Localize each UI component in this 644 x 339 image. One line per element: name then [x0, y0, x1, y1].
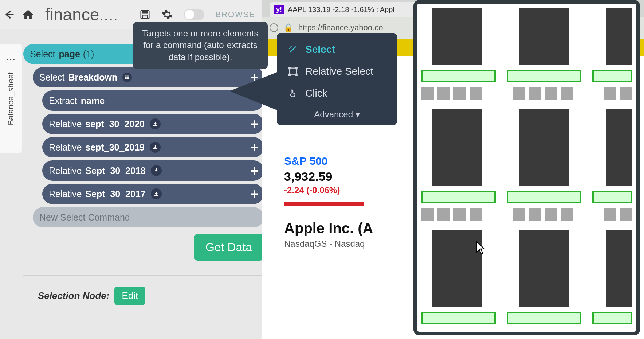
cmd-keyword: Relative — [49, 189, 82, 199]
svg-rect-11 — [295, 67, 297, 69]
cmd-value: name — [81, 96, 105, 106]
back-arrow-icon[interactable] — [4, 9, 15, 20]
cmd-keyword: Select — [30, 49, 55, 59]
plus-icon[interactable]: + — [250, 186, 259, 202]
wireframe-block — [432, 109, 482, 186]
selection-node-label: Selection Node: — [38, 290, 109, 301]
ctx-advanced[interactable]: Advanced ▾ — [277, 104, 397, 120]
svg-rect-3 — [125, 76, 126, 77]
cmd-keyword: Relative — [49, 119, 82, 129]
cmd-relative-2019[interactable]: Relative sept_30_2019 + — [42, 137, 264, 157]
wireframe-highlight — [421, 70, 496, 82]
svg-rect-4 — [127, 76, 129, 77]
edit-button[interactable]: Edit — [114, 287, 145, 305]
wireframe-block — [519, 109, 569, 186]
svg-rect-12 — [288, 74, 290, 76]
cmd-relative-2017[interactable]: Relative Sept_30_2017 + — [42, 184, 264, 204]
tab-title: AAPL 133.19 -2.18 -1.61% : Appl — [288, 5, 394, 14]
lock-icon: 🔒 — [283, 23, 293, 32]
advanced-label: Advanced — [314, 109, 353, 119]
svg-rect-6 — [127, 77, 129, 78]
click-icon — [287, 88, 299, 98]
page-title: finance.... — [45, 5, 118, 24]
ctx-item-select[interactable]: Select — [277, 39, 397, 61]
selection-node-row: Selection Node: Edit — [23, 287, 264, 305]
divider — [23, 275, 264, 276]
cmd-relative-2018[interactable]: Relative Sept_30_2018 + — [42, 160, 264, 181]
plus-icon[interactable]: + — [250, 163, 259, 179]
gear-icon[interactable] — [161, 9, 173, 20]
list-icon[interactable] — [122, 73, 132, 82]
cmd-value: sept_30_2020 — [85, 119, 145, 129]
new-select-input[interactable]: New Select Command — [33, 207, 264, 227]
svg-rect-5 — [125, 77, 126, 78]
plus-icon[interactable]: + — [250, 139, 259, 156]
plus-icon[interactable]: + — [250, 116, 259, 132]
caret-down-icon: ▾ — [356, 109, 360, 119]
download-icon[interactable] — [150, 142, 161, 153]
wireframe-block — [606, 8, 632, 65]
yahoo-favicon-icon: y! — [274, 5, 284, 14]
svg-rect-13 — [295, 74, 297, 76]
ctx-label: Relative Select — [305, 66, 373, 77]
ctx-label: Click — [305, 87, 327, 99]
cmd-value: sept_30_2019 — [85, 142, 145, 153]
wireframe-block — [432, 8, 482, 65]
get-data-button[interactable]: Get Data — [194, 234, 264, 261]
download-icon[interactable] — [151, 188, 162, 199]
browse-label: BROWSE — [215, 10, 255, 19]
browser-tab[interactable]: y! AAPL 133.19 -2.18 -1.61% : Appl — [270, 2, 430, 17]
cmd-keyword: Relative — [49, 142, 82, 153]
progress-bar — [284, 202, 364, 206]
drag-handle-icon[interactable]: ⋯ — [5, 53, 16, 65]
wireframe-highlight — [592, 70, 632, 82]
side-tab[interactable]: ⋯ Balance_sheet — [0, 44, 22, 153]
svg-rect-1 — [143, 11, 148, 13]
wireframe-highlight — [592, 312, 632, 324]
browse-toggle[interactable] — [184, 9, 204, 20]
home-icon[interactable] — [22, 8, 34, 21]
ctx-label: Select — [305, 44, 335, 55]
download-icon[interactable] — [151, 165, 162, 176]
wireframe-block — [519, 8, 569, 65]
cmd-value: page — [59, 49, 80, 59]
cmd-value: Breakdown — [68, 72, 117, 83]
ctx-item-click[interactable]: Click — [277, 82, 397, 104]
wireframe-block — [606, 109, 632, 186]
wireframe-highlight — [507, 191, 581, 203]
svg-rect-7 — [125, 78, 126, 79]
url-text[interactable]: https://finance.yahoo.co — [298, 23, 383, 32]
side-tab-label: Balance_sheet — [6, 72, 16, 125]
wireframe-highlight — [421, 191, 496, 203]
cmd-relative-2020[interactable]: Relative sept_30_2020 + — [42, 114, 264, 134]
wireframe-highlight — [421, 312, 496, 324]
wireframe-highlight — [507, 70, 581, 82]
wireframe-block — [519, 230, 569, 307]
relative-select-icon — [287, 66, 299, 77]
wireframe-block — [606, 230, 632, 307]
cursor-icon — [475, 241, 486, 258]
save-icon[interactable] — [140, 9, 150, 20]
cmd-value: Sept_30_2017 — [85, 189, 145, 199]
cmd-keyword: Extract — [49, 96, 77, 106]
cmd-count: (1) — [83, 49, 94, 59]
cmd-select-breakdown[interactable]: Select Breakdown + — [33, 67, 264, 87]
svg-rect-10 — [288, 67, 290, 69]
context-menu: Select Relative Select Click Advanced ▾ — [277, 33, 397, 125]
svg-rect-8 — [127, 78, 129, 79]
svg-rect-2 — [143, 15, 148, 19]
cmd-value: Sept_30_2018 — [85, 165, 145, 176]
new-select-placeholder: New Select Command — [39, 212, 130, 223]
info-icon[interactable]: i — [270, 23, 278, 32]
wireframe-highlight — [592, 191, 632, 203]
download-icon[interactable] — [150, 118, 161, 129]
ctx-item-relative-select[interactable]: Relative Select — [277, 61, 397, 82]
wand-icon — [287, 44, 299, 55]
cmd-keyword: Select — [39, 72, 64, 83]
command-panel: Select page (1) + Select Breakdown + Ext… — [23, 44, 264, 305]
wireframe-highlight — [507, 312, 581, 324]
cmd-keyword: Relative — [49, 165, 82, 176]
tooltip: Targets one or more elements for a comma… — [133, 22, 268, 69]
wireframe-block — [432, 230, 482, 307]
preview-overlay — [413, 0, 640, 335]
